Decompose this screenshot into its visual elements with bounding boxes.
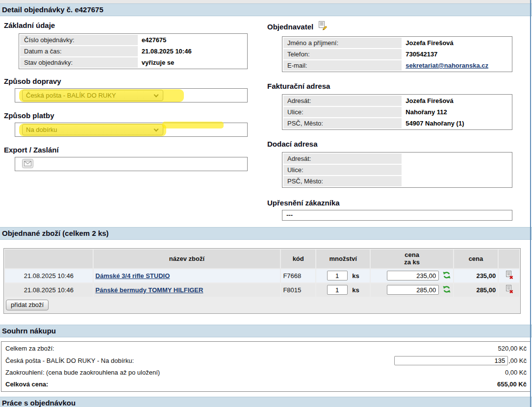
summary-label: Česká pošta - BALÍK DO RUKY - Na dobírku… (5, 357, 394, 364)
info-row: Datum a čas: 21.08.2025 10:46 (20, 46, 246, 56)
item-date: 21.08.2025 10:46 (5, 283, 93, 297)
add-item-button[interactable]: přidat zboží (6, 300, 49, 310)
highlight-payment-tail (162, 122, 224, 128)
delete-item-icon[interactable] (505, 287, 513, 295)
summary-label: Celkem za zboží: (5, 345, 498, 352)
delivery-address-heading: Dodací adresa (267, 140, 521, 148)
billing-address-heading: Fakturační adresa (267, 82, 521, 90)
items-section-title: Objednané zboží (celkem 2 ks) (0, 227, 532, 240)
customer-email-link[interactable]: sekretariat@nahoranska.cz (405, 62, 488, 69)
summary-label: Zaokrouhlení: (cena bude zaokrouhlena až… (5, 369, 505, 376)
payment-heading: Způsob platby (4, 111, 263, 120)
item-qty-input[interactable] (327, 271, 348, 280)
column-code-header: kód (281, 250, 315, 268)
field-label: Ulice: (283, 165, 402, 175)
column-unit-price-header: cena za ks (371, 250, 453, 268)
info-row: E-mail: sekretariat@nahoranska.cz (283, 60, 511, 71)
payment-select[interactable]: Na dobírku (22, 124, 163, 135)
item-total-price: 285,00 (454, 283, 498, 297)
items-header-row: název zboží kód množství cena za ks cena (5, 250, 519, 268)
field-value (402, 176, 511, 186)
table-row: 21.08.2025 10:46 Pánské bermudy TOMMY HI… (5, 283, 519, 297)
field-label: Telefon: (283, 49, 402, 59)
info-row: Adresát: (283, 153, 511, 164)
info-row: Stav objednávky: vyřizuje se (20, 57, 246, 68)
info-row: Číslo objednávky: e427675 (20, 35, 246, 45)
field-value (402, 165, 511, 175)
basic-info-heading: Základní údaje (4, 21, 263, 29)
left-column: Základní údaje Číslo objednávky: e427675… (0, 16, 263, 221)
field-value: Jozefa Firešová (402, 38, 511, 48)
summary-box: Celkem za zboží: 520,00 Kč Česká pošta -… (1, 341, 531, 392)
field-value (402, 153, 511, 164)
field-value: 54907 Nahořany (1) (402, 118, 511, 128)
summary-row-total: Celková cena: 655,00 Kč (1, 379, 531, 390)
field-label: E-mail: (283, 60, 402, 71)
top-strip (0, 0, 532, 3)
refresh-price-icon[interactable] (442, 274, 451, 281)
edit-customer-icon[interactable] (318, 21, 328, 32)
field-value: Nahořany 112 (402, 107, 511, 117)
column-price-header: cena (454, 250, 498, 268)
shipping-heading: Způsob dopravy (4, 77, 263, 85)
items-table: název zboží kód množství cena za ks cena… (4, 249, 520, 298)
field-label: Stav objednávky: (20, 57, 138, 68)
item-name-link[interactable]: Pánské bermudy TOMMY HILFIGER (96, 286, 203, 294)
summary-row-rounding: Zaokrouhlení: (cena bude zaokrouhlena až… (1, 367, 531, 379)
info-row: PSČ, Město: (283, 176, 511, 186)
field-label: PSČ, Město: (283, 176, 402, 186)
summary-row-items: Celkem za zboží: 520,00 Kč (1, 343, 531, 355)
work-section-title: Práce s objednávkou (0, 397, 532, 407)
info-row: PSČ, Město: 54907 Nahořany (1) (283, 118, 511, 128)
qty-unit-label: ks (352, 272, 359, 280)
field-label: Číslo objednávky: (20, 35, 138, 45)
customer-heading: Objednavatel (267, 23, 313, 31)
order-status-value: vyřizuje se (138, 57, 246, 68)
field-value: 730542137 (402, 49, 511, 59)
info-row: Ulice: (283, 165, 511, 175)
field-label: PSČ, Město: (283, 118, 402, 128)
field-label: Datum a čas: (20, 46, 138, 56)
total-label: Celková cena: (5, 381, 497, 388)
item-date: 21.08.2025 10:46 (5, 269, 93, 282)
info-row: Telefon: 730542137 (283, 49, 511, 59)
summary-row-shipping: Česká pošta - BALÍK DO RUKY - Na dobírku… (1, 355, 531, 367)
info-row: Ulice: Nahořany 112 (283, 107, 511, 117)
order-info-columns: Základní údaje Číslo objednávky: e427675… (0, 16, 532, 221)
item-unit-price-input[interactable] (387, 285, 439, 295)
column-actions-header (499, 250, 519, 268)
customer-note-heading: Upřesnění zákazníka (267, 199, 521, 207)
total-value: 655,00 Kč (497, 381, 527, 388)
shipping-select[interactable]: Česká pošta - BALÍK DO RUKY (22, 90, 163, 101)
field-label: Jméno a příjmení: (283, 38, 402, 48)
item-code: F7668 (281, 269, 315, 282)
page-title: Detail objednávky č. e427675 (0, 3, 532, 16)
shipping-cost-suffix: ,00 Kč (508, 357, 527, 364)
item-code: F8015 (281, 283, 315, 297)
envelope-icon[interactable] (22, 159, 33, 170)
export-heading: Export / Zaslání (4, 146, 263, 154)
field-value: e427675 (138, 35, 246, 45)
field-label: Adresát: (283, 153, 402, 164)
refresh-price-icon[interactable] (442, 288, 451, 295)
item-name-link[interactable]: Dámské 3/4 rifle STUDIO (96, 272, 170, 280)
summary-value: 520,00 Kč (498, 345, 527, 352)
right-column: Objednavatel Jméno a příjmení: Jozefa F (263, 16, 532, 221)
summary-value: 0,00 Kč (505, 369, 527, 376)
customer-note-value: --- (282, 210, 512, 221)
item-unit-price-input[interactable] (387, 271, 439, 280)
item-qty-input[interactable] (327, 285, 348, 295)
item-total-price: 235,00 (454, 269, 498, 282)
info-row: Jméno a příjmení: Jozefa Firešová (283, 38, 511, 48)
delete-item-icon[interactable] (505, 273, 513, 280)
column-qty-header: množství (316, 250, 370, 268)
customer-box: Jméno a příjmení: Jozefa Firešová Telefo… (282, 36, 512, 72)
field-value: Jozefa Firešová (402, 96, 511, 106)
field-value: 21.08.2025 10:46 (138, 46, 246, 56)
shipping-select-box: Česká pošta - BALÍK DO RUKY (15, 88, 248, 102)
basic-info-box: Číslo objednávky: e427675 Datum a čas: 2… (19, 33, 248, 69)
export-box (15, 157, 248, 171)
table-row: 21.08.2025 10:46 Dámské 3/4 rifle STUDIO… (5, 269, 519, 282)
info-row: Adresát: Jozefa Firešová (283, 96, 511, 106)
shipping-cost-input[interactable] (394, 356, 508, 365)
